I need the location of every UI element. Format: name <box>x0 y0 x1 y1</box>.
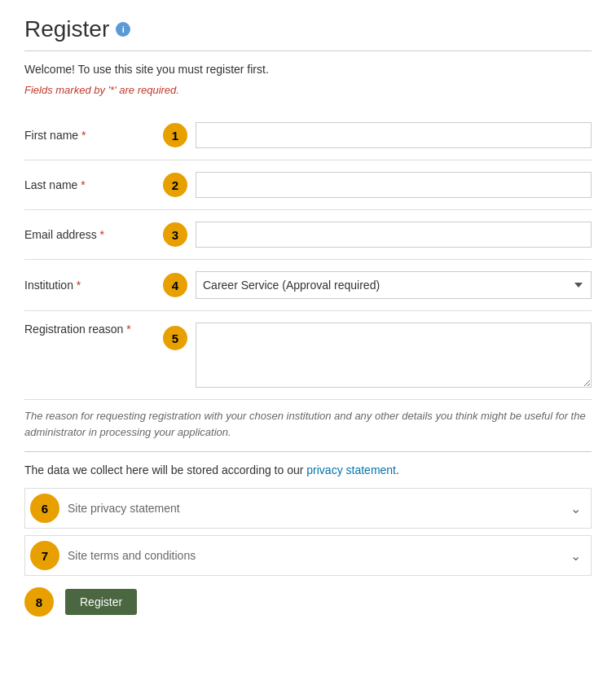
step-badge-1: 1 <box>163 123 187 147</box>
registration-reason-required: * <box>126 323 130 336</box>
page-title: Register <box>24 16 109 42</box>
page-header: Register i <box>24 16 592 42</box>
first-name-label: First name * <box>24 129 155 142</box>
register-button[interactable]: Register <box>65 589 137 615</box>
step-badge-5: 5 <box>163 326 187 350</box>
terms-conditions-collapsible[interactable]: 7 Site terms and conditions ⌄ <box>24 535 592 576</box>
privacy-chevron-icon: ⌄ <box>570 501 591 516</box>
email-address-row: Email address * 3 <box>24 210 592 260</box>
registration-reason-textarea[interactable] <box>196 323 592 388</box>
institution-required: * <box>77 279 81 292</box>
registration-reason-label: Registration reason * <box>24 323 155 336</box>
registration-reason-hint: The reason for requesting registration w… <box>24 408 592 440</box>
step-badge-7: 7 <box>30 541 59 570</box>
institution-select[interactable]: Career Service (Approval required) <box>196 271 592 299</box>
last-name-row: Last name * 2 <box>24 160 592 210</box>
privacy-statement-label: Site privacy statement <box>68 494 570 523</box>
last-name-label: Last name * <box>24 178 155 191</box>
institution-label: Institution * <box>24 279 155 292</box>
privacy-divider <box>24 451 592 452</box>
terms-chevron-icon: ⌄ <box>570 548 591 564</box>
last-name-input[interactable] <box>196 172 592 198</box>
step-badge-4: 4 <box>163 273 187 297</box>
required-note: Fields marked by '*' are required. <box>24 84 592 96</box>
info-icon[interactable]: i <box>116 22 130 37</box>
first-name-input[interactable] <box>196 122 592 148</box>
privacy-link[interactable]: privacy statement <box>306 463 396 476</box>
step-badge-6: 6 <box>30 494 59 523</box>
terms-conditions-label: Site terms and conditions <box>68 541 570 570</box>
last-name-required: * <box>81 178 85 191</box>
register-section: 8 Register <box>24 587 592 617</box>
welcome-message: Welcome! To use this site you must regis… <box>24 63 592 76</box>
registration-reason-row: Registration reason * 5 <box>24 311 592 400</box>
privacy-text: The data we collect here will be stored … <box>24 463 592 476</box>
first-name-required: * <box>81 129 86 142</box>
step-badge-2: 2 <box>163 173 187 197</box>
first-name-row: First name * 1 <box>24 111 592 160</box>
step-badge-3: 3 <box>163 222 187 247</box>
email-address-label: Email address * <box>24 228 155 241</box>
step-badge-8: 8 <box>24 587 54 617</box>
email-input[interactable] <box>196 222 592 248</box>
email-required: * <box>100 228 104 241</box>
institution-row: Institution * 4 Career Service (Approval… <box>24 260 592 311</box>
privacy-statement-collapsible[interactable]: 6 Site privacy statement ⌄ <box>24 488 592 529</box>
header-divider <box>24 50 592 51</box>
